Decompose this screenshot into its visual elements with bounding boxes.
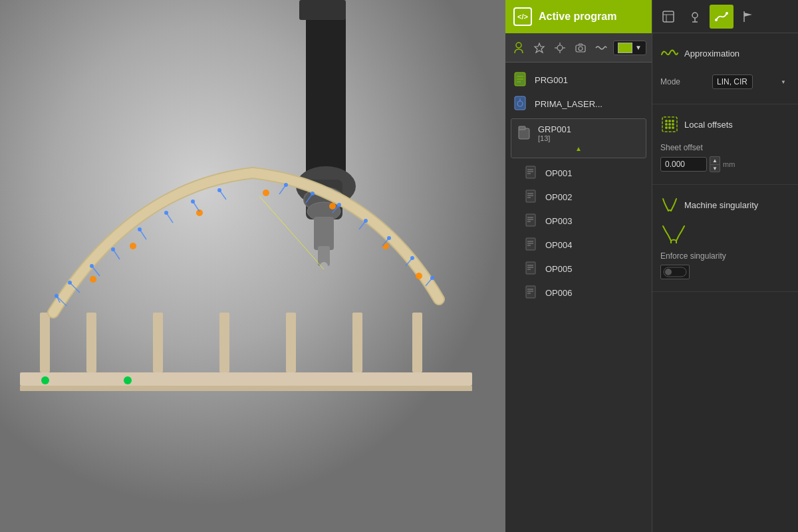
- svg-rect-17: [352, 313, 362, 372]
- enforce-singularity-label: Enforce singularity: [660, 251, 790, 261]
- tree-item-op002[interactable]: OP002: [516, 185, 652, 209]
- svg-point-124: [665, 269, 672, 275]
- svg-point-119: [668, 126, 671, 129]
- sheet-offset-increment[interactable]: ▲: [710, 156, 720, 164]
- robot-icon[interactable]: [511, 39, 527, 57]
- op003-label: OP003: [545, 216, 644, 226]
- prg001-icon: [513, 72, 529, 88]
- svg-line-33: [193, 201, 200, 211]
- svg-point-46: [138, 227, 142, 231]
- svg-point-50: [284, 183, 288, 187]
- tree-item-op004[interactable]: OP004: [516, 233, 652, 257]
- svg-line-39: [382, 238, 389, 246]
- svg-point-53: [364, 219, 368, 223]
- svg-point-116: [668, 123, 671, 126]
- svg-point-3: [296, 166, 356, 206]
- op001-icon: [524, 165, 540, 181]
- sheet-offset-label: Sheet offset: [660, 143, 790, 152]
- svg-point-56: [430, 276, 434, 280]
- svg-point-20: [130, 243, 136, 249]
- svg-rect-1: [306, 0, 346, 186]
- op003-icon: [524, 213, 540, 229]
- svg-point-68: [579, 47, 583, 51]
- svg-rect-2: [299, 0, 346, 20]
- op004-label: OP004: [545, 240, 644, 250]
- sheet-offset-input[interactable]: [660, 157, 707, 172]
- tree-item-prima-laser[interactable]: PRIMA_LASER...: [505, 92, 652, 116]
- approximation-icon: [660, 44, 679, 63]
- svg-rect-16: [286, 313, 296, 372]
- svg-point-47: [164, 211, 168, 215]
- star-icon[interactable]: [531, 39, 548, 57]
- svg-rect-11: [20, 386, 472, 391]
- tree-item-op001[interactable]: OP001: [516, 161, 652, 185]
- mode-select[interactable]: LIN, CIR LIN CIR SPLINE: [712, 74, 753, 89]
- svg-point-55: [410, 256, 414, 260]
- waypoint-icon[interactable]: [552, 39, 569, 57]
- props-tab-flag[interactable]: [736, 5, 760, 29]
- svg-point-21: [196, 209, 203, 216]
- props-tab-path[interactable]: [710, 5, 733, 29]
- tree-item-op003[interactable]: OP003: [516, 209, 652, 233]
- toolbar-strip: ▼: [505, 33, 652, 63]
- tree-content: PRG001 PRIMA_LASER...: [505, 63, 652, 532]
- enforce-singularity-toggle[interactable]: [660, 265, 690, 279]
- machine-singularity-section: Machine singularity Enforce singular: [652, 185, 798, 292]
- 3d-viewport[interactable]: [0, 0, 505, 532]
- svg-rect-18: [412, 313, 422, 372]
- svg-rect-98: [526, 286, 535, 298]
- svg-rect-15: [219, 313, 229, 372]
- props-content: Approximation Mode LIN, CIR LIN CIR SPLI…: [652, 33, 798, 532]
- mode-select-wrapper: LIN, CIR LIN CIR SPLINE: [712, 74, 790, 89]
- props-tab-waypoint[interactable]: [683, 5, 707, 29]
- tree-item-op006[interactable]: OP006: [516, 281, 652, 305]
- grp001-expand-arrow[interactable]: ▲: [518, 145, 639, 152]
- tree-item-grp001[interactable]: GRP001 [13] ▲: [511, 118, 646, 158]
- svg-point-51: [311, 192, 315, 196]
- mode-label: Mode: [660, 77, 707, 86]
- svg-point-25: [416, 273, 422, 279]
- svg-point-117: [672, 123, 674, 126]
- op002-label: OP002: [545, 192, 644, 202]
- svg-rect-7: [314, 217, 334, 250]
- machine-singularity-header[interactable]: Machine singularity: [660, 192, 790, 218]
- svg-point-62: [557, 45, 563, 51]
- grp001-label: GRP001: [538, 124, 571, 134]
- sheet-offset-decrement[interactable]: ▼: [710, 164, 720, 172]
- svg-rect-13: [86, 313, 96, 372]
- svg-point-59: [124, 376, 132, 384]
- svg-point-60: [516, 43, 521, 48]
- props-top-bar: [652, 0, 798, 33]
- approximation-section: Approximation Mode LIN, CIR LIN CIR SPLI…: [652, 33, 798, 104]
- dropdown-color-swatch: [618, 43, 632, 53]
- svg-rect-0: [0, 0, 505, 532]
- op002-icon: [524, 189, 540, 205]
- svg-line-28: [70, 283, 80, 293]
- svg-line-41: [426, 278, 432, 286]
- machine-singularity-content: Enforce singularity: [660, 218, 790, 285]
- props-tab-settings[interactable]: [656, 5, 680, 29]
- camera-icon[interactable]: [572, 39, 589, 57]
- svg-line-34: [219, 190, 226, 200]
- local-offsets-header[interactable]: Local offsets: [660, 111, 790, 138]
- panel-title: Active program: [539, 11, 644, 23]
- svg-rect-82: [526, 190, 535, 202]
- svg-line-27: [57, 296, 60, 303]
- tree-item-prg001[interactable]: PRG001: [505, 68, 652, 92]
- wave-toolbar-icon[interactable]: [593, 39, 609, 57]
- approximation-header[interactable]: Approximation: [660, 40, 790, 66]
- svg-point-48: [191, 200, 195, 203]
- view-dropdown[interactable]: ▼: [613, 41, 646, 55]
- svg-point-9: [320, 262, 328, 270]
- sheet-offset-input-row: ▲ ▼ mm: [660, 156, 790, 172]
- svg-point-52: [337, 203, 341, 207]
- tree-item-op005[interactable]: OP005: [516, 257, 652, 281]
- right-panel: </> Active program: [505, 0, 798, 532]
- svg-point-23: [329, 203, 336, 209]
- svg-point-44: [90, 264, 94, 268]
- mode-row: Mode LIN, CIR LIN CIR SPLINE: [660, 72, 790, 92]
- machine-singularity-title: Machine singularity: [684, 200, 758, 210]
- grp001-sublabel: [13]: [538, 134, 571, 142]
- local-offsets-title: Local offsets: [684, 120, 733, 130]
- svg-point-58: [41, 376, 49, 384]
